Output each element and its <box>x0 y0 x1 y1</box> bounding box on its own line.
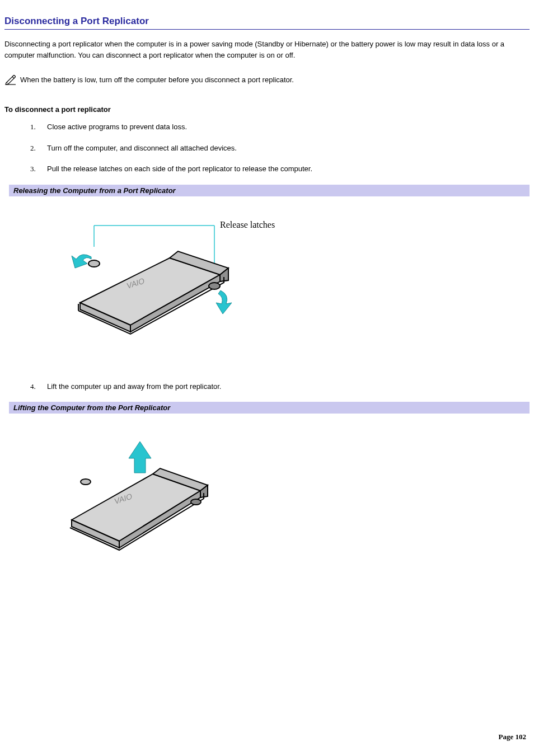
page-number: Page 102 <box>4 732 530 741</box>
svg-point-6 <box>209 283 220 289</box>
svg-point-8 <box>81 479 91 485</box>
callout-release-latches: Release latches <box>220 220 275 229</box>
procedure-heading: To disconnect a port replicator <box>4 105 530 114</box>
figure-1: Release latches VAIO <box>4 208 530 353</box>
step-4: Lift the computer up and away from the p… <box>37 381 530 392</box>
step-3: Pull the release latches on each side of… <box>37 163 530 175</box>
note-text: When the battery is low, turn off the co… <box>20 74 294 86</box>
steps-list-continued: Lift the computer up and away from the p… <box>4 381 530 392</box>
figure-caption-1: Releasing the Computer from a Port Repli… <box>9 185 530 196</box>
write-note-icon <box>4 74 17 85</box>
svg-point-9 <box>191 499 201 505</box>
svg-point-5 <box>88 260 100 267</box>
steps-list: Close active programs to prevent data lo… <box>4 121 530 175</box>
note-block: When the battery is low, turn off the co… <box>4 74 530 85</box>
heading-rule <box>4 29 530 30</box>
figure-2: VAIO <box>4 430 530 565</box>
figure-caption-2: Lifting the Computer from the Port Repli… <box>9 402 530 414</box>
section-heading: Disconnecting a Port Replicator <box>4 16 530 27</box>
step-2: Turn off the computer, and disconnect al… <box>37 143 530 154</box>
step-1: Close active programs to prevent data lo… <box>37 121 530 133</box>
intro-paragraph: Disconnecting a port replicator when the… <box>4 39 530 60</box>
